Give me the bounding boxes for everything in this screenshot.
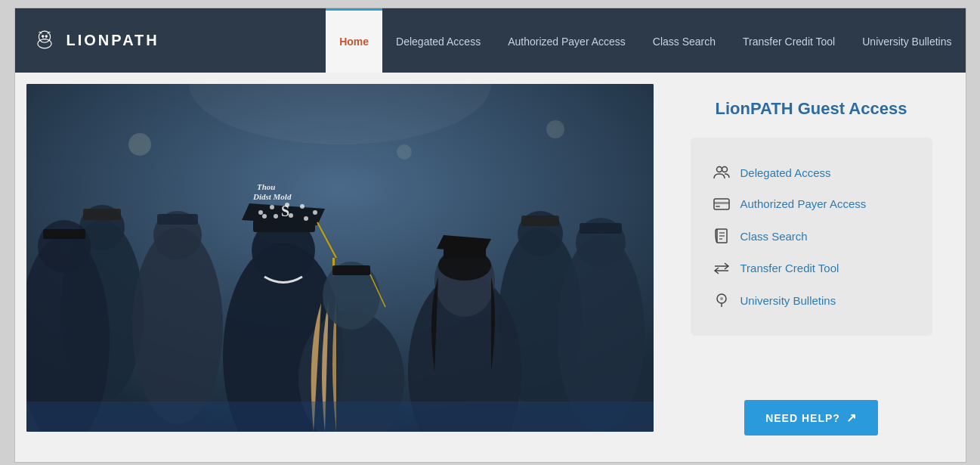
university-bulletins-label: University Bulletins <box>740 294 836 307</box>
svg-point-26 <box>304 216 308 221</box>
lion-icon <box>30 26 59 55</box>
class-search-icon <box>713 228 730 243</box>
guest-access-title: LionPATH Guest Access <box>716 99 907 119</box>
svg-rect-13 <box>521 215 559 226</box>
access-item-authorized-payer-access[interactable]: Authorized Payer Access <box>713 188 910 219</box>
navbar: LIONPATH Home Delegated Access Authorize… <box>15 8 966 73</box>
svg-point-0 <box>39 31 50 42</box>
transfer-credit-tool-icon <box>713 262 730 274</box>
svg-point-50 <box>546 120 564 138</box>
nav-item-transfer-credit-tool[interactable]: Transfer Credit Tool <box>729 8 849 73</box>
svg-point-49 <box>128 133 151 156</box>
university-bulletins-icon <box>713 293 730 308</box>
nav-item-delegated-access[interactable]: Delegated Access <box>382 8 494 73</box>
nav-links: Home Delegated Access Authorized Payer A… <box>175 8 966 73</box>
delegated-access-label: Delegated Access <box>740 166 831 179</box>
svg-text:Thou: Thou <box>257 182 275 191</box>
svg-rect-7 <box>83 209 121 220</box>
svg-rect-47 <box>26 401 654 432</box>
svg-text:Didst Mold: Didst Mold <box>252 192 292 201</box>
delegated-access-icon <box>713 166 730 179</box>
nav-item-class-search[interactable]: Class Search <box>639 8 729 73</box>
svg-point-1 <box>37 39 51 48</box>
grad-scene-svg: S Thou Didst Mold <box>26 84 654 432</box>
svg-point-29 <box>262 214 267 219</box>
access-item-transfer-credit-tool[interactable]: Transfer Credit Tool <box>713 253 910 284</box>
hero-image: S Thou Didst Mold <box>26 84 654 432</box>
svg-point-28 <box>274 214 278 219</box>
need-help-button[interactable]: NEED HELP? ↗ <box>744 400 878 436</box>
main-content: S Thou Didst Mold <box>15 73 966 462</box>
svg-point-53 <box>722 167 727 172</box>
svg-point-21 <box>258 210 263 215</box>
svg-point-25 <box>313 210 317 215</box>
svg-point-24 <box>300 204 305 209</box>
svg-rect-46 <box>43 229 85 239</box>
svg-point-3 <box>45 35 47 36</box>
svg-point-52 <box>716 167 722 172</box>
nav-item-authorized-payer-access[interactable]: Authorized Payer Access <box>494 8 639 73</box>
authorized-payer-access-label: Authorized Payer Access <box>740 197 867 210</box>
svg-rect-10 <box>157 214 198 225</box>
authorized-payer-access-icon <box>713 198 730 210</box>
logo: LIONPATH <box>15 8 175 73</box>
access-card: Delegated Access Authorized Payer Access <box>691 138 932 336</box>
svg-rect-55 <box>714 202 729 204</box>
svg-rect-37 <box>332 265 370 275</box>
svg-point-62 <box>720 297 723 300</box>
access-item-university-bulletins[interactable]: University Bulletins <box>713 284 910 317</box>
svg-point-51 <box>397 144 412 160</box>
right-panel: LionPATH Guest Access Delegated Access <box>669 84 954 451</box>
transfer-credit-tool-label: Transfer Credit Tool <box>740 262 839 274</box>
class-search-label: Class Search <box>740 230 808 243</box>
access-item-class-search[interactable]: Class Search <box>713 219 910 253</box>
app-name: LIONPATH <box>66 32 159 49</box>
svg-point-2 <box>42 35 43 36</box>
nav-item-university-bulletins[interactable]: University Bulletins <box>849 8 965 73</box>
need-help-label: NEED HELP? <box>765 412 840 424</box>
svg-text:S: S <box>281 203 289 219</box>
nav-item-home[interactable]: Home <box>326 8 382 73</box>
svg-rect-56 <box>716 206 720 207</box>
svg-rect-16 <box>580 223 622 234</box>
svg-point-22 <box>270 205 274 209</box>
svg-point-45 <box>38 220 91 273</box>
external-link-icon: ↗ <box>846 411 857 425</box>
access-item-delegated-access[interactable]: Delegated Access <box>713 157 910 188</box>
